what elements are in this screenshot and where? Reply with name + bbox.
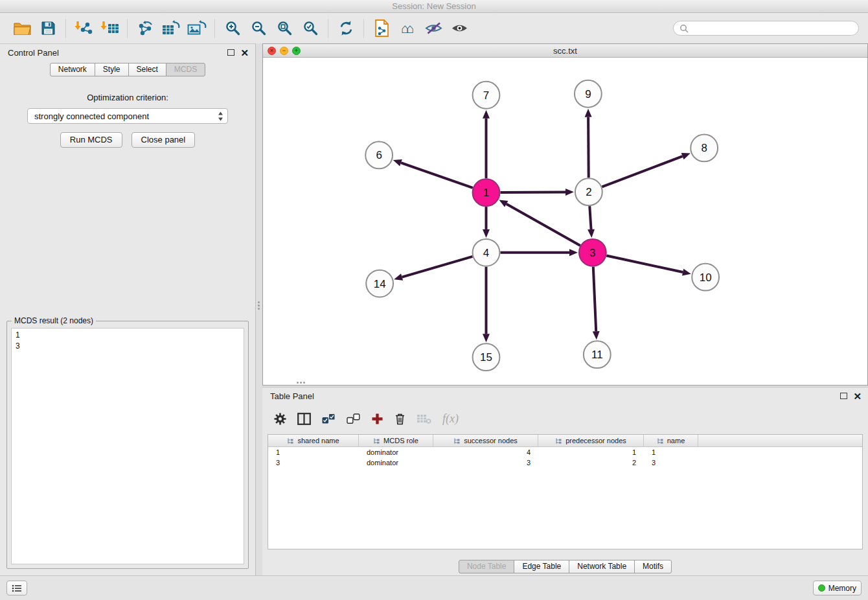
graph-edge-2-8[interactable] (602, 156, 682, 187)
task-history-button[interactable] (6, 581, 27, 595)
search-input[interactable] (692, 24, 852, 33)
graph-edge-2-3[interactable] (589, 206, 591, 229)
tab-motifs[interactable]: Motifs (634, 560, 672, 573)
network-graph: 7968124314101511 (263, 58, 867, 385)
export-image-button[interactable] (184, 17, 210, 40)
edge-arrowhead (585, 109, 592, 117)
function-builder-button[interactable]: f(x) (442, 412, 459, 426)
column-header-successor-nodes[interactable]: successor nodes (433, 435, 538, 446)
column-header-filler (698, 435, 862, 446)
table-toolbar: f(x) (262, 404, 868, 433)
open-folder-icon (14, 21, 31, 35)
table-cell: 3 (268, 459, 359, 467)
refresh-button[interactable] (333, 17, 359, 40)
table-row[interactable]: 3dominator323 (268, 457, 862, 468)
graph-edge-3-1[interactable] (507, 204, 580, 246)
criterion-selected-value: strongly connected component (34, 111, 149, 121)
node-label: 10 (700, 271, 712, 284)
search-icon (680, 24, 689, 33)
home-button[interactable]: ⌂⌂ (394, 17, 420, 40)
maximize-window-icon[interactable]: + (292, 47, 301, 55)
vertical-splitter[interactable] (257, 43, 262, 575)
tab-node-table[interactable]: Node Table (459, 560, 515, 573)
graph-edge-3-11[interactable] (593, 267, 596, 332)
node-table: shared nameMCDS rolesuccessor nodesprede… (268, 434, 863, 549)
close-panel-button[interactable]: Close panel (131, 132, 196, 148)
search-field[interactable] (673, 21, 859, 36)
zoom-in-button[interactable] (220, 17, 246, 40)
minimize-window-icon[interactable]: − (280, 47, 288, 55)
graph-edge-3-10[interactable] (606, 255, 683, 272)
table-body: 1dominator4113dominator323 (268, 447, 862, 468)
node-label: 11 (591, 349, 603, 361)
node-label: 9 (585, 88, 591, 100)
network-window-title: scc.txt (263, 46, 867, 56)
tab-network[interactable]: Network (50, 63, 95, 76)
close-panel-icon[interactable]: ✕ (853, 391, 862, 401)
tab-style[interactable]: Style (95, 63, 129, 76)
table-cell: 3 (644, 459, 698, 467)
attribute-icon (657, 437, 664, 444)
float-panel-icon[interactable] (227, 49, 234, 56)
list-icon (12, 584, 22, 593)
plus-icon (371, 413, 383, 425)
column-layout-icon (297, 413, 311, 425)
graph-edge-1-2[interactable] (500, 192, 565, 192)
zoom-selected-button[interactable] (297, 17, 323, 40)
tab-edge-table[interactable]: Edge Table (514, 560, 569, 573)
tab-mcds[interactable]: MCDS (166, 63, 205, 76)
deselect-all-button[interactable] (347, 413, 360, 424)
column-header-shared-name[interactable]: shared name (268, 435, 359, 446)
export-table-icon (161, 20, 181, 36)
delete-table-button[interactable] (417, 413, 431, 424)
network-canvas[interactable]: 7968124314101511 (263, 58, 867, 385)
network-window-titlebar: × − + scc.txt (263, 44, 867, 58)
edge-arrowhead (565, 189, 574, 196)
table-cell: dominator (359, 459, 433, 467)
column-header-name[interactable]: name (644, 435, 698, 446)
save-session-button[interactable] (35, 17, 61, 40)
tab-select[interactable]: Select (128, 63, 166, 76)
trash-icon (394, 413, 405, 425)
refresh-icon (338, 20, 354, 36)
memory-button[interactable]: Memory (813, 581, 862, 595)
graph-edge-4-14[interactable] (402, 257, 473, 277)
import-table-button[interactable] (97, 17, 122, 40)
delete-table-icon (417, 413, 431, 424)
graph-edge-1-6[interactable] (401, 163, 473, 188)
export-network-button[interactable] (132, 17, 158, 40)
tab-network-table[interactable]: Network Table (569, 560, 635, 573)
open-session-button[interactable] (9, 17, 35, 40)
table-settings-button[interactable] (274, 413, 286, 425)
export-table-button[interactable] (158, 17, 184, 40)
table-cell: 1 (268, 448, 359, 456)
mcds-result-list[interactable]: 1 3 (11, 328, 244, 564)
delete-column-button[interactable] (394, 413, 405, 425)
zoom-fit-button[interactable] (271, 17, 297, 40)
toolbar-separator (65, 19, 66, 38)
close-panel-icon[interactable]: ✕ (240, 48, 249, 58)
add-column-button[interactable] (371, 413, 383, 425)
close-window-icon[interactable]: × (268, 47, 276, 55)
optimization-criterion-select[interactable]: strongly connected component (27, 108, 228, 124)
zoom-out-button[interactable] (246, 17, 271, 40)
select-all-button[interactable] (322, 413, 336, 424)
node-label: 15 (480, 351, 492, 363)
hide-annotations-button[interactable] (420, 17, 446, 40)
table-row[interactable]: 1dominator411 (268, 447, 862, 457)
column-header-MCDS-role[interactable]: MCDS role (359, 435, 433, 446)
toolbar-separator (214, 19, 215, 38)
column-header-predecessor-nodes[interactable]: predecessor nodes (538, 435, 644, 446)
clipboard-network-button[interactable] (369, 17, 394, 40)
node-label: 8 (701, 142, 707, 154)
control-panel-tabs: NetworkStyleSelectMCDS (0, 63, 255, 76)
run-mcds-button[interactable]: Run MCDS (60, 132, 122, 148)
toolbar-separator (328, 19, 328, 38)
horizontal-splitter[interactable] (297, 382, 305, 384)
birds-eye-view-button[interactable] (446, 17, 472, 40)
import-network-button[interactable] (71, 17, 97, 40)
float-panel-icon[interactable] (840, 393, 847, 399)
column-layout-button[interactable] (297, 413, 311, 425)
graph-edge-2-9[interactable] (588, 117, 589, 178)
control-panel-title: Control Panel (8, 48, 59, 58)
